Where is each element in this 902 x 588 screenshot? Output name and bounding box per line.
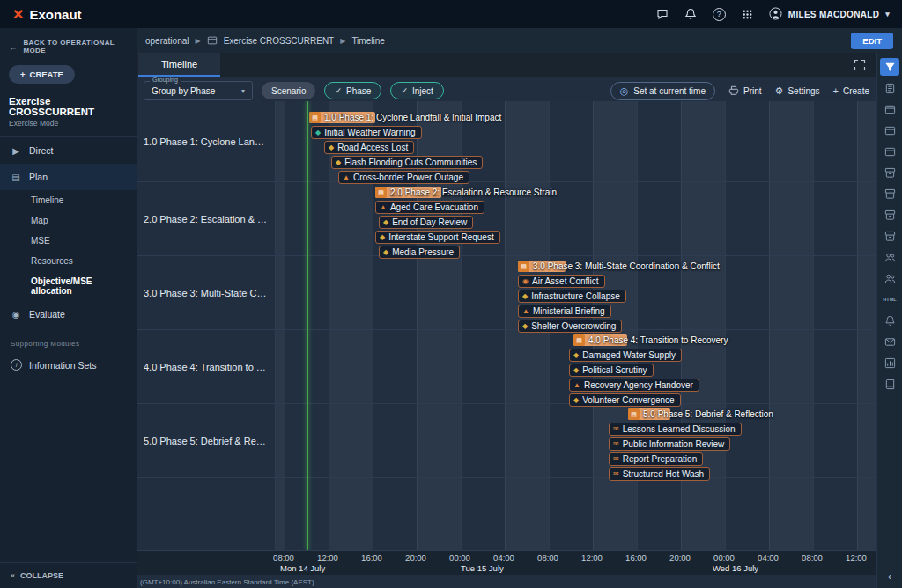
sidebar-item-direct[interactable]: ▶ Direct bbox=[0, 137, 137, 164]
archive-icon[interactable] bbox=[880, 164, 899, 181]
inject-item[interactable]: ✉Structured Hot Wash bbox=[609, 467, 710, 481]
inject-item[interactable]: ◆Volunteer Convergence bbox=[569, 393, 681, 407]
diamond-icon: ◆ bbox=[315, 129, 321, 136]
inject-item[interactable]: ✉Report Preparation bbox=[609, 452, 703, 466]
set-current-time-button[interactable]: ◎ Set at current time bbox=[610, 82, 715, 100]
inject-chip-label: Inject bbox=[412, 86, 433, 96]
phase-row-label-text: 2.0 Phase 2: Escalation & Resource Strai… bbox=[144, 214, 268, 224]
create-button[interactable]: + Create bbox=[833, 85, 869, 96]
grouping-select[interactable]: Grouping Group by Phase ▾ bbox=[144, 81, 253, 100]
inject-item[interactable]: ◆Media Pressure bbox=[379, 246, 460, 259]
inject-item[interactable]: ▲Recovery Agency Handover bbox=[569, 379, 699, 392]
inject-label: Structured Hot Wash bbox=[623, 469, 704, 479]
inject-item[interactable]: ◆Infrastructure Collapse bbox=[518, 290, 626, 303]
archive-icon[interactable] bbox=[880, 206, 899, 224]
information-sets-label: Information Sets bbox=[29, 360, 96, 371]
phase-bar[interactable]: ▤1.0 Phase 1: Cyclone Landfall & Initial… bbox=[309, 112, 375, 123]
filter-chip-phase[interactable]: ✓ Phase bbox=[324, 82, 381, 99]
bell-icon[interactable] bbox=[684, 8, 697, 20]
sidebar-create-button[interactable]: + CREATE bbox=[9, 65, 75, 84]
main-area: operational ▶ Exercise CROSSCURRENT ▶ Ti… bbox=[137, 28, 902, 588]
users-icon[interactable] bbox=[880, 248, 899, 266]
print-label: Print bbox=[743, 86, 762, 96]
time-tick-label: 04:00 bbox=[758, 553, 779, 562]
inject-item[interactable]: ◆Interstate Support Request bbox=[375, 231, 500, 244]
phase-label: 4.0 Phase 4: Transition to Recovery bbox=[588, 335, 728, 345]
phase-bar[interactable]: ▤4.0 Phase 4: Transition to Recovery bbox=[573, 334, 627, 346]
html-icon[interactable]: HTML bbox=[880, 290, 899, 308]
tab-timeline[interactable]: Timeline bbox=[138, 53, 220, 77]
print-button[interactable]: Print bbox=[728, 85, 762, 96]
inject-label: Cross-border Power Outage bbox=[353, 173, 463, 182]
direct-icon: ▶ bbox=[11, 146, 21, 156]
archive-icon[interactable] bbox=[880, 227, 899, 245]
supporting-modules-label: Supporting Modules bbox=[0, 327, 137, 351]
sidebar-item-map[interactable]: Map bbox=[0, 210, 137, 231]
phase-bar[interactable]: ▤2.0 Phase 2: Escalation & Resource Stra… bbox=[375, 187, 441, 198]
card-icon[interactable] bbox=[880, 100, 899, 118]
rail-collapse-button[interactable]: ‹ bbox=[888, 570, 891, 583]
card-icon[interactable] bbox=[880, 143, 899, 160]
archive-icon[interactable] bbox=[880, 185, 899, 202]
filter-chip-inject[interactable]: ✓ Inject bbox=[390, 82, 443, 99]
breadcrumb-bar: operational ▶ Exercise CROSSCURRENT ▶ Ti… bbox=[137, 28, 902, 53]
settings-button[interactable]: ⚙ Settings bbox=[775, 85, 820, 97]
bell-icon[interactable] bbox=[880, 312, 899, 329]
help-icon[interactable]: ? bbox=[713, 8, 726, 21]
inject-item[interactable]: ◆Damaged Water Supply bbox=[569, 349, 682, 362]
back-to-operational-button[interactable]: ← BACK TO OPERATIONAL MODE bbox=[0, 28, 137, 56]
check-icon: ✓ bbox=[335, 86, 342, 95]
inject-item[interactable]: ◆Shelter Overcrowding bbox=[518, 320, 622, 333]
inject-item[interactable]: ◉Air Asset Conflict bbox=[518, 275, 605, 288]
filter-chip-scenario[interactable]: Scenario bbox=[262, 82, 315, 99]
time-tick-label: 08:00 bbox=[537, 553, 558, 562]
sidebar-item-plan[interactable]: ▤ Plan bbox=[0, 164, 137, 190]
inject-item[interactable]: ✉Lessons Learned Discussion bbox=[609, 423, 742, 436]
edit-button[interactable]: EDIT bbox=[851, 33, 893, 49]
inject-item[interactable]: ◆End of Day Review bbox=[379, 216, 473, 229]
inject-item[interactable]: ◆Initial Weather Warning bbox=[311, 126, 422, 139]
phase-box-icon: ▤ bbox=[309, 112, 321, 123]
chat-icon[interactable] bbox=[656, 8, 669, 20]
sidebar-collapse-button[interactable]: « COLLAPSE bbox=[0, 562, 137, 588]
breadcrumb-operational[interactable]: operational bbox=[145, 36, 189, 46]
document-icon[interactable] bbox=[880, 79, 899, 97]
inject-label: End of Day Review bbox=[392, 217, 467, 227]
chart-icon[interactable] bbox=[880, 354, 899, 371]
user-menu[interactable]: MILES MACDONALD ▾ bbox=[769, 7, 890, 22]
content-area: Timeline Grouping Group by Phase ▾ Scena… bbox=[137, 53, 876, 588]
sidebar-item-resources[interactable]: Resources bbox=[0, 251, 137, 271]
inject-item[interactable]: ▲Aged Care Evacuation bbox=[375, 201, 484, 214]
breadcrumb-exercise[interactable]: Exercise CROSSCURRENT bbox=[224, 36, 335, 46]
filter-icon[interactable] bbox=[880, 58, 899, 76]
inject-item[interactable]: ✉Public Information Review bbox=[609, 437, 730, 451]
inject-label: Road Access Lost bbox=[337, 143, 408, 152]
users-icon[interactable] bbox=[880, 269, 899, 287]
back-arrow-icon: ← bbox=[9, 42, 18, 52]
phase-bar[interactable]: ▤3.0 Phase 3: Multi-State Coordination &… bbox=[518, 261, 566, 272]
inject-item[interactable]: ◆Political Scrutiny bbox=[569, 364, 654, 377]
card-icon[interactable] bbox=[880, 121, 899, 139]
mail-icon[interactable] bbox=[880, 333, 899, 350]
gantt-row: ▤1.0 Phase 1: Cyclone Landfall & Initial… bbox=[276, 101, 876, 182]
apps-grid-icon[interactable] bbox=[742, 9, 753, 20]
time-tick-label: 08:00 bbox=[802, 553, 823, 562]
mail-icon: ✉ bbox=[613, 441, 619, 448]
time-tick-label: 00:00 bbox=[449, 553, 470, 562]
inject-label: Volunteer Convergence bbox=[582, 395, 675, 405]
inject-item[interactable]: ▲Cross-border Power Outage bbox=[338, 171, 469, 184]
inject-item[interactable]: ◆Road Access Lost bbox=[324, 141, 414, 154]
sidebar-item-timeline[interactable]: Timeline bbox=[0, 190, 137, 210]
inject-item[interactable]: ▲Ministerial Briefing bbox=[518, 305, 611, 318]
sidebar-item-mse[interactable]: MSE bbox=[0, 231, 137, 251]
check-icon: ✓ bbox=[401, 86, 408, 95]
phase-bar[interactable]: ▤5.0 Phase 5: Debrief & Reflection bbox=[628, 408, 670, 420]
book-icon[interactable] bbox=[880, 375, 899, 393]
sidebar-item-objective-mse-allocation[interactable]: Objective/MSE allocation bbox=[0, 271, 137, 301]
fullscreen-icon[interactable] bbox=[854, 59, 866, 75]
time-tick-label: 16:00 bbox=[625, 553, 647, 562]
sidebar-item-evaluate[interactable]: ◉ Evaluate bbox=[0, 301, 137, 327]
breadcrumb-timeline[interactable]: Timeline bbox=[351, 36, 384, 46]
inject-item[interactable]: ◆Flash Flooding Cuts Communities bbox=[331, 156, 483, 169]
sidebar-item-information-sets[interactable]: i Information Sets bbox=[0, 351, 137, 379]
